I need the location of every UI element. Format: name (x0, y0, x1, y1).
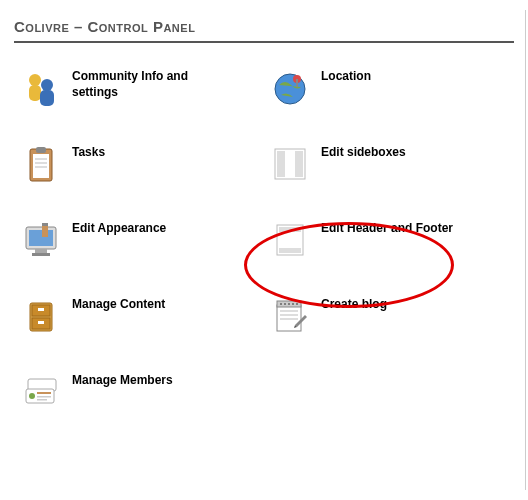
svg-rect-3 (40, 90, 54, 106)
svg-rect-1 (29, 85, 41, 101)
edit-appearance-item[interactable]: Edit Appearance (20, 219, 259, 261)
control-panel-grid: Community Info and settings Location (14, 61, 514, 419)
svg-rect-30 (277, 305, 301, 331)
location-item[interactable]: Location (269, 67, 508, 109)
svg-rect-9 (36, 147, 46, 153)
clipboard-icon (20, 143, 62, 185)
svg-rect-6 (296, 79, 298, 87)
svg-rect-46 (37, 396, 51, 398)
svg-point-44 (29, 393, 35, 399)
edit-sideboxes-item[interactable]: Edit sideboxes (269, 143, 508, 185)
svg-point-36 (296, 303, 298, 305)
manage-members-item[interactable]: Manage Members (20, 371, 259, 413)
item-label: Tasks (72, 143, 105, 161)
sideboxes-icon (269, 143, 311, 185)
item-label: Manage Members (72, 371, 173, 389)
svg-point-2 (41, 79, 53, 91)
svg-point-32 (280, 303, 282, 305)
item-label: Manage Content (72, 295, 165, 313)
svg-rect-23 (279, 227, 301, 232)
svg-rect-47 (37, 399, 47, 401)
item-label: Edit sideboxes (321, 143, 406, 161)
item-label: Community Info and settings (72, 67, 212, 100)
svg-point-0 (29, 74, 41, 86)
page-title: Colivre – Control Panel (14, 18, 514, 43)
right-divider (525, 10, 526, 490)
item-label: Location (321, 67, 371, 85)
community-info-item[interactable]: Community Info and settings (20, 67, 259, 109)
svg-point-33 (284, 303, 286, 305)
item-label: Edit Appearance (72, 219, 166, 237)
svg-rect-8 (33, 154, 49, 178)
notepad-icon (269, 295, 311, 337)
manage-content-item[interactable]: Manage Content (20, 295, 259, 337)
svg-rect-18 (35, 249, 47, 253)
svg-rect-17 (29, 230, 53, 246)
svg-rect-14 (277, 151, 285, 177)
svg-rect-29 (38, 321, 44, 324)
svg-point-35 (292, 303, 294, 305)
svg-rect-28 (38, 308, 44, 311)
svg-rect-45 (37, 392, 51, 394)
header-footer-icon (269, 219, 311, 261)
globe-icon (269, 67, 311, 109)
edit-header-footer-item[interactable]: Edit Header and Footer (269, 219, 508, 261)
item-label: Create blog (321, 295, 387, 313)
svg-rect-21 (42, 223, 48, 226)
tasks-item[interactable]: Tasks (20, 143, 259, 185)
svg-rect-15 (295, 151, 303, 177)
svg-point-34 (288, 303, 290, 305)
svg-rect-24 (279, 248, 301, 253)
drawer-icon (20, 295, 62, 337)
create-blog-item[interactable]: Create blog (269, 295, 508, 337)
members-icon (20, 371, 62, 413)
svg-rect-19 (32, 253, 50, 256)
item-label: Edit Header and Footer (321, 219, 453, 237)
people-icon (20, 67, 62, 109)
appearance-icon (20, 219, 62, 261)
